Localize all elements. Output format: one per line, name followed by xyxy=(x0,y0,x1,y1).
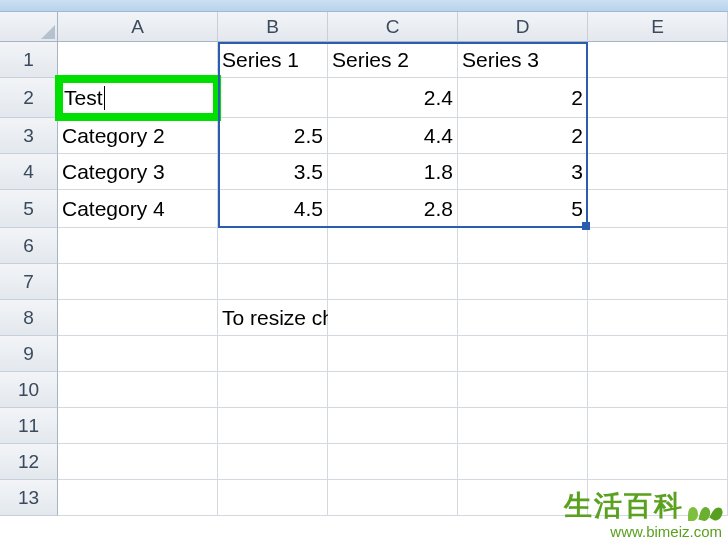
cell-A3[interactable]: Category 2 xyxy=(58,118,218,154)
cell-D5[interactable]: 5 xyxy=(458,190,588,228)
row-header-5[interactable]: 5 xyxy=(0,190,58,228)
cell-D7[interactable] xyxy=(458,264,588,300)
cell-D4[interactable]: 3 xyxy=(458,154,588,190)
svg-marker-0 xyxy=(41,25,55,39)
cell-E8[interactable] xyxy=(588,300,728,336)
cell-D8[interactable] xyxy=(458,300,588,336)
cell-E12[interactable] xyxy=(588,444,728,480)
cell-C12[interactable] xyxy=(328,444,458,480)
cell-A4[interactable]: Category 3 xyxy=(58,154,218,190)
cell-C10[interactable] xyxy=(328,372,458,408)
cell-B8[interactable]: To resize chart data range, drag lower r… xyxy=(218,300,328,336)
cell-C1[interactable]: Series 2 xyxy=(328,42,458,78)
row-10: 10 xyxy=(0,372,728,408)
cell-C11[interactable] xyxy=(328,408,458,444)
row-header-12[interactable]: 12 xyxy=(0,444,58,480)
column-header-C[interactable]: C xyxy=(328,12,458,42)
cell-E9[interactable] xyxy=(588,336,728,372)
cell-D11[interactable] xyxy=(458,408,588,444)
cell-A9[interactable] xyxy=(58,336,218,372)
cell-C5[interactable]: 2.8 xyxy=(328,190,458,228)
row-11: 11 xyxy=(0,408,728,444)
cell-E6[interactable] xyxy=(588,228,728,264)
cell-A12[interactable] xyxy=(58,444,218,480)
cell-D2[interactable]: 2 xyxy=(458,78,588,118)
cell-E11[interactable] xyxy=(588,408,728,444)
column-header-D[interactable]: D xyxy=(458,12,588,42)
cell-A5[interactable]: Category 4 xyxy=(58,190,218,228)
cell-C6[interactable] xyxy=(328,228,458,264)
cell-B10[interactable] xyxy=(218,372,328,408)
row-2: 2 Test 2.4 2 xyxy=(0,78,728,118)
row-header-11[interactable]: 11 xyxy=(0,408,58,444)
cell-C8[interactable] xyxy=(328,300,458,336)
cell-E10[interactable] xyxy=(588,372,728,408)
cell-D6[interactable] xyxy=(458,228,588,264)
cell-D3[interactable]: 2 xyxy=(458,118,588,154)
cell-A2-value: Test xyxy=(64,86,103,110)
row-1: 1 Series 1 Series 2 Series 3 xyxy=(0,42,728,78)
cell-E4[interactable] xyxy=(588,154,728,190)
column-header-A[interactable]: A xyxy=(58,12,218,42)
cell-B9[interactable] xyxy=(218,336,328,372)
cell-A10[interactable] xyxy=(58,372,218,408)
row-header-3[interactable]: 3 xyxy=(0,118,58,154)
cell-B13[interactable] xyxy=(218,480,328,516)
cell-B4[interactable]: 3.5 xyxy=(218,154,328,190)
row-header-2[interactable]: 2 xyxy=(0,78,58,118)
row-header-13[interactable]: 13 xyxy=(0,480,58,516)
cell-E1[interactable] xyxy=(588,42,728,78)
row-12: 12 xyxy=(0,444,728,480)
cell-A8[interactable] xyxy=(58,300,218,336)
column-header-B[interactable]: B xyxy=(218,12,328,42)
watermark: 生活百科 www.bimeiz.com xyxy=(564,487,722,540)
cell-E2[interactable] xyxy=(588,78,728,118)
cell-B5[interactable]: 4.5 xyxy=(218,190,328,228)
cell-B12[interactable] xyxy=(218,444,328,480)
cell-D10[interactable] xyxy=(458,372,588,408)
cell-C4[interactable]: 1.8 xyxy=(328,154,458,190)
cell-E7[interactable] xyxy=(588,264,728,300)
row-header-9[interactable]: 9 xyxy=(0,336,58,372)
row-3: 3 Category 2 2.5 4.4 2 xyxy=(0,118,728,154)
cell-B1[interactable]: Series 1 xyxy=(218,42,328,78)
column-headers-row: A B C D E xyxy=(0,12,728,42)
cell-B7[interactable] xyxy=(218,264,328,300)
cell-C13[interactable] xyxy=(328,480,458,516)
cell-D1[interactable]: Series 3 xyxy=(458,42,588,78)
cell-D9[interactable] xyxy=(458,336,588,372)
cell-A6[interactable] xyxy=(58,228,218,264)
row-header-6[interactable]: 6 xyxy=(0,228,58,264)
row-header-7[interactable]: 7 xyxy=(0,264,58,300)
row-header-1[interactable]: 1 xyxy=(0,42,58,78)
cell-A1[interactable] xyxy=(58,42,218,78)
column-header-E[interactable]: E xyxy=(588,12,728,42)
cell-B2[interactable] xyxy=(218,78,328,118)
cell-C2[interactable]: 2.4 xyxy=(328,78,458,118)
cell-B11[interactable] xyxy=(218,408,328,444)
cell-A11[interactable] xyxy=(58,408,218,444)
select-all-icon xyxy=(41,25,55,39)
row-9: 9 xyxy=(0,336,728,372)
cell-E5[interactable] xyxy=(588,190,728,228)
cell-C9[interactable] xyxy=(328,336,458,372)
row-header-4[interactable]: 4 xyxy=(0,154,58,190)
cell-A13[interactable] xyxy=(58,480,218,516)
cell-B6[interactable] xyxy=(218,228,328,264)
cell-D12[interactable] xyxy=(458,444,588,480)
cell-A2-edit-wrap: Test xyxy=(58,78,218,118)
row-4: 4 Category 3 3.5 1.8 3 xyxy=(0,154,728,190)
cell-C3[interactable]: 4.4 xyxy=(328,118,458,154)
cell-C7[interactable] xyxy=(328,264,458,300)
row-header-10[interactable]: 10 xyxy=(0,372,58,408)
row-header-8[interactable]: 8 xyxy=(0,300,58,336)
cell-A2-editing[interactable]: Test xyxy=(58,78,218,118)
worksheet[interactable]: A B C D E 1 Series 1 Series 2 Series 3 2 xyxy=(0,12,728,516)
row-6: 6 xyxy=(0,228,728,264)
ribbon-strip xyxy=(0,0,728,12)
cell-B3[interactable]: 2.5 xyxy=(218,118,328,154)
cell-E3[interactable] xyxy=(588,118,728,154)
row-8: 8 To resize chart data range, drag lower… xyxy=(0,300,728,336)
cell-A7[interactable] xyxy=(58,264,218,300)
select-all-corner[interactable] xyxy=(0,12,58,42)
